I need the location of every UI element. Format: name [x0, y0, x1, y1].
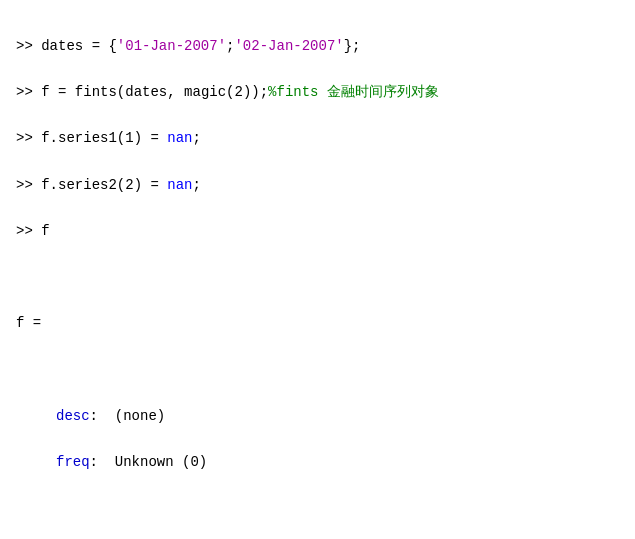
- var-f: f: [41, 84, 49, 100]
- prompt-1: >>: [16, 38, 41, 54]
- blank-3: [16, 497, 619, 520]
- field-freq: freq: [56, 454, 90, 470]
- kw-nan2: nan: [167, 177, 192, 193]
- output-f-label: f =: [16, 312, 619, 335]
- freq-line: freq: Unknown (0): [16, 451, 619, 474]
- kw-nan1: nan: [167, 130, 192, 146]
- func-fints: fints: [75, 84, 117, 100]
- var-series1: f.series1: [41, 130, 117, 146]
- code-line-3: >> f.series1(1) = nan;: [16, 127, 619, 150]
- code-line-5: >> f: [16, 220, 619, 243]
- prompt-4: >>: [16, 177, 41, 193]
- code-line-1: >> dates = {'01-Jan-2007';'02-Jan-2007'}…: [16, 35, 619, 58]
- blank-1: [16, 266, 619, 289]
- comment-1: %fints 金融时间序列对象: [268, 84, 439, 100]
- prompt-2: >>: [16, 84, 41, 100]
- code-output: >> dates = {'01-Jan-2007';'02-Jan-2007'}…: [16, 12, 619, 539]
- blank-2: [16, 358, 619, 381]
- field-desc: desc: [56, 408, 90, 424]
- code-line-4: >> f.series2(2) = nan;: [16, 174, 619, 197]
- code-line-2: >> f = fints(dates, magic(2));%fints 金融时…: [16, 81, 619, 104]
- page-container: >> dates = {'01-Jan-2007';'02-Jan-2007'}…: [16, 12, 619, 539]
- prompt-3: >>: [16, 130, 41, 146]
- var-f2: f: [41, 223, 49, 239]
- func-magic: magic: [184, 84, 226, 100]
- str-date1: '01-Jan-2007': [117, 38, 226, 54]
- desc-line: desc: (none): [16, 405, 619, 428]
- var-series2: f.series2: [41, 177, 117, 193]
- prompt-5: >>: [16, 223, 41, 239]
- var-dates: dates: [41, 38, 83, 54]
- str-date2: '02-Jan-2007': [234, 38, 343, 54]
